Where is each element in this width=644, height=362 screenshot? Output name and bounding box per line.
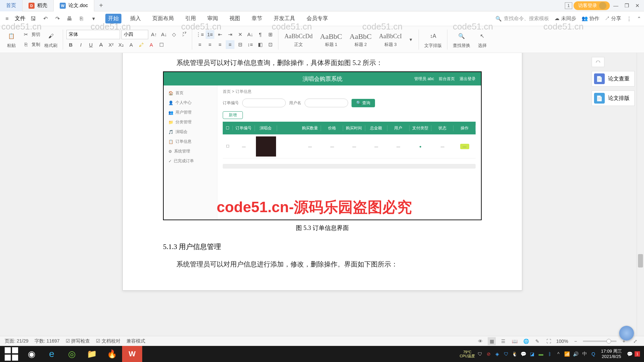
bold-icon[interactable]: B	[66, 41, 75, 49]
distribute-icon[interactable]: ⊟	[236, 40, 245, 49]
file-menu[interactable]: 文件	[15, 15, 25, 22]
tray-icon[interactable]: 💬	[520, 350, 527, 358]
wifi-icon[interactable]: 📶	[564, 350, 571, 358]
style-body[interactable]: AaBbCcDd正文	[282, 32, 315, 48]
align-left-icon[interactable]: ≡	[196, 40, 204, 49]
share-button[interactable]: ↗ 分享	[605, 15, 621, 22]
numbering-icon[interactable]: 1≡	[206, 30, 214, 39]
style-h1[interactable]: AaBbC标题 1	[317, 32, 345, 48]
align-justify-icon[interactable]: ≡	[226, 40, 234, 49]
word-count[interactable]: 字数: 11697	[35, 338, 60, 344]
menu-insert[interactable]: 插入	[127, 14, 144, 23]
app-menu-icon[interactable]: ≡	[3, 14, 11, 23]
tray-icon[interactable]: 🛡	[476, 350, 484, 358]
tray-icon[interactable]: 🛡	[502, 350, 510, 358]
decrease-indent-icon[interactable]: ⇤	[216, 30, 224, 39]
scroll-thumb[interactable]	[638, 254, 643, 267]
zoom-level[interactable]: 100%	[556, 339, 568, 344]
document-area[interactable]: 系统管理员可以对订单信息查询，删除操作，具体界面如图 5.2 所示： 演唱会购票…	[0, 53, 637, 346]
align-right-icon[interactable]: ≡	[216, 40, 224, 49]
thesis-check-button[interactable]: 📄论文查重	[592, 71, 635, 86]
zoom-slider[interactable]	[583, 341, 616, 342]
page-view-icon[interactable]: ▦	[488, 337, 496, 345]
web-view-icon[interactable]: 🌐	[522, 337, 530, 345]
zoom-out-icon[interactable]: −	[572, 337, 580, 345]
tray-expand-icon[interactable]: ^	[555, 350, 562, 358]
task-view-icon[interactable]: ◉	[21, 346, 42, 362]
undo-icon[interactable]: ↶	[41, 14, 50, 23]
superscript-icon[interactable]: X²	[107, 41, 115, 49]
notifications-icon[interactable]: 💬	[626, 350, 633, 358]
borders-icon[interactable]: ⊞	[266, 30, 275, 39]
highlight-icon[interactable]: 🖍	[137, 41, 146, 49]
clock[interactable]: 17:09 周三2021/8/25	[598, 349, 625, 359]
sync-status[interactable]: ☁ 未同步	[554, 15, 576, 22]
collapse-ribbon-icon[interactable]: ⌃	[637, 16, 641, 22]
find-replace[interactable]: 🔍查找替换	[451, 31, 472, 49]
line-spacing-icon[interactable]: ↕≡	[246, 40, 255, 49]
clear-format-icon[interactable]: ◇	[170, 30, 178, 39]
char-border-icon[interactable]: ☐	[157, 41, 166, 49]
menu-chapter[interactable]: 章节	[249, 14, 265, 23]
menu-view[interactable]: 视图	[227, 14, 243, 23]
tray-icon[interactable]: 🐧	[511, 350, 519, 358]
read-view-icon[interactable]: 📖	[511, 337, 519, 345]
underline-icon[interactable]: U	[87, 41, 95, 49]
ime-indicator[interactable]: 中	[581, 350, 588, 358]
vertical-scrollbar[interactable]	[637, 53, 644, 346]
more-menu-icon[interactable]: ⋮	[627, 16, 632, 22]
qat-more-icon[interactable]: ▾	[89, 14, 98, 23]
style-h2[interactable]: AaBbC标题 2	[347, 32, 374, 48]
phonetic-icon[interactable]: ㍐	[180, 30, 189, 39]
menu-layout[interactable]: 页面布局	[150, 14, 176, 23]
eye-icon[interactable]: 👁	[476, 337, 484, 345]
print-icon[interactable]: 🖶	[65, 14, 74, 23]
restore-button[interactable]: ❐	[622, 2, 631, 10]
align-center-icon[interactable]: ≡	[206, 40, 214, 49]
wps-icon[interactable]: W	[122, 346, 142, 362]
login-button[interactable]: 访客登录	[574, 1, 610, 10]
sort-icon[interactable]: A↓	[246, 30, 255, 39]
style-h3[interactable]: AaBbCcI标题 3	[376, 32, 405, 48]
command-search[interactable]: 🔍查找命令、搜索模板	[495, 15, 549, 22]
tab-docer[interactable]: D稻壳	[22, 0, 54, 11]
collab-button[interactable]: 👥 协作	[582, 15, 599, 22]
assistant-fab[interactable]	[619, 326, 634, 341]
copy-button[interactable]: 复制	[32, 42, 40, 48]
browser-icon[interactable]: ◎	[62, 346, 82, 362]
tray-icon[interactable]: ◈	[494, 350, 501, 358]
subscript-icon[interactable]: X₂	[117, 41, 125, 49]
notification-badge[interactable]: 1	[635, 351, 640, 357]
cut-button[interactable]: 剪切	[32, 32, 40, 38]
save-icon[interactable]: 🖫	[29, 14, 38, 23]
panel-collapse-icon[interactable]: ◠	[592, 57, 604, 67]
shading-icon[interactable]: ◧	[256, 40, 265, 49]
spellcheck-toggle[interactable]: ☑ 拼写检查	[66, 338, 90, 344]
menu-start[interactable]: 开始	[105, 14, 121, 23]
volume-icon[interactable]: 🔊	[572, 350, 580, 358]
fit-icon[interactable]: ⛶	[545, 337, 553, 345]
close-button[interactable]: ✕	[633, 2, 642, 10]
copy-icon[interactable]: ⎘	[21, 40, 30, 49]
minimize-button[interactable]: —	[611, 2, 621, 10]
fullscreen-icon[interactable]: ⤢	[631, 337, 639, 345]
ie-icon[interactable]: e	[42, 346, 62, 362]
menu-review[interactable]: 审阅	[205, 14, 221, 23]
explorer-icon[interactable]: 📁	[82, 346, 102, 362]
font-color-icon[interactable]: A	[147, 41, 156, 49]
text-effect-icon[interactable]: A	[127, 41, 136, 49]
preview-icon[interactable]: ⎘	[77, 14, 86, 23]
menu-dev[interactable]: 开发工具	[271, 14, 298, 23]
font-size-select[interactable]: 小四	[121, 30, 148, 39]
proofing-toggle[interactable]: ☑ 文档校对	[96, 338, 120, 344]
styles-more-icon[interactable]: ▾	[407, 35, 415, 44]
show-marks-icon[interactable]: ¶	[256, 30, 265, 39]
annotation-icon[interactable]: ✎	[533, 337, 541, 345]
outline-view-icon[interactable]: ☰	[499, 337, 507, 345]
shrink-font-icon[interactable]: A↓	[160, 30, 168, 39]
format-painter[interactable]: 🖌 格式刷	[42, 31, 59, 49]
page-indicator[interactable]: 页面: 21/29	[5, 338, 29, 344]
italic-icon[interactable]: I	[76, 41, 85, 49]
tray-icon[interactable]: ⊘	[485, 350, 492, 358]
start-button[interactable]	[1, 346, 21, 362]
